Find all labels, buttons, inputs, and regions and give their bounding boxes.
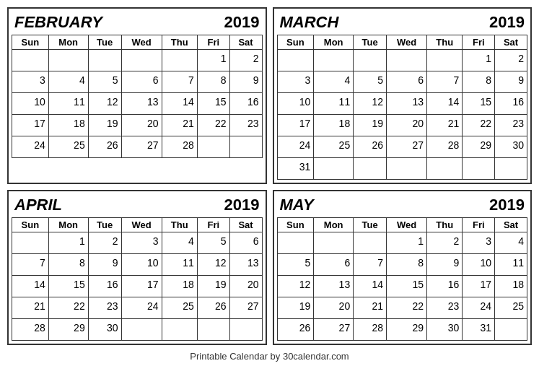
table-cell: 28: [12, 319, 49, 341]
table-cell: 3: [121, 232, 162, 254]
march-day-header: Sun: [277, 35, 314, 50]
table-cell: 18: [495, 276, 527, 297]
table-cell: 10: [12, 93, 49, 115]
table-cell: [88, 50, 121, 71]
table-cell: [387, 158, 427, 180]
table-cell: 2: [229, 50, 262, 71]
table-cell: 27: [229, 297, 262, 319]
table-cell: 19: [88, 115, 121, 136]
table-cell: [48, 50, 88, 71]
calendar-april: APRIL2019SunMonTueWedThuFriSat1234567891…: [7, 190, 267, 345]
table-cell: 11: [48, 93, 88, 115]
april-day-header: Thu: [162, 218, 197, 232]
table-cell: [162, 50, 197, 71]
february-header: FEBRUARY2019: [12, 12, 263, 35]
february-day-header: Mon: [48, 35, 88, 50]
table-cell: [121, 319, 162, 341]
table-cell: 5: [88, 71, 121, 93]
table-cell: 27: [387, 136, 427, 158]
march-year: 2019: [489, 13, 525, 32]
table-row: 12: [12, 50, 263, 71]
table-cell: 4: [314, 71, 354, 93]
table-cell: 18: [314, 115, 354, 136]
table-cell: 24: [277, 136, 314, 158]
table-cell: [354, 158, 387, 180]
table-cell: 13: [387, 93, 427, 115]
table-cell: 26: [354, 136, 387, 158]
table-cell: 30: [88, 319, 121, 341]
table-cell: [314, 232, 354, 254]
table-cell: 31: [277, 158, 314, 180]
may-day-header: Mon: [314, 218, 354, 232]
table-cell: 2: [495, 50, 527, 71]
table-cell: 21: [12, 297, 49, 319]
table-cell: 4: [162, 232, 197, 254]
table-cell: 28: [427, 136, 463, 158]
may-day-header: Sun: [277, 218, 314, 232]
table-cell: 25: [314, 136, 354, 158]
table-cell: 9: [495, 71, 527, 93]
table-cell: [495, 319, 527, 341]
table-cell: 6: [229, 232, 262, 254]
table-row: 2425262728: [12, 136, 263, 158]
table-cell: 1: [463, 50, 495, 71]
table-cell: 14: [427, 93, 463, 115]
table-row: 12131415161718: [277, 276, 527, 297]
table-cell: 8: [463, 71, 495, 93]
table-cell: 11: [495, 254, 527, 276]
table-cell: 21: [354, 297, 387, 319]
table-cell: 13: [121, 93, 162, 115]
table-cell: [197, 136, 229, 158]
table-cell: [354, 50, 387, 71]
table-cell: [314, 158, 354, 180]
table-cell: 20: [229, 276, 262, 297]
table-cell: 9: [88, 254, 121, 276]
footer-text: Printable Calendar by 30calendar.com: [190, 351, 349, 362]
table-cell: 22: [463, 115, 495, 136]
february-day-header: Thu: [162, 35, 197, 50]
table-cell: 8: [48, 254, 88, 276]
table-cell: 6: [121, 71, 162, 93]
table-cell: 25: [48, 136, 88, 158]
table-row: 31: [277, 158, 527, 180]
table-cell: 14: [12, 276, 49, 297]
table-row: 3456789: [277, 71, 527, 93]
calendar-march: MARCH2019SunMonTueWedThuFriSat1234567891…: [273, 7, 533, 184]
table-cell: [495, 158, 527, 180]
table-cell: 7: [427, 71, 463, 93]
table-cell: 17: [12, 115, 49, 136]
april-day-header: Sun: [12, 218, 49, 232]
table-row: 17181920212223: [12, 115, 263, 136]
calendars-grid: FEBRUARY2019SunMonTueWedThuFriSat1234567…: [7, 7, 532, 345]
table-cell: 9: [427, 254, 463, 276]
february-month: FEBRUARY: [14, 13, 102, 32]
table-cell: 1: [197, 50, 229, 71]
table-cell: 3: [463, 232, 495, 254]
table-cell: 11: [314, 93, 354, 115]
table-cell: [277, 232, 314, 254]
table-cell: 21: [427, 115, 463, 136]
table-cell: 31: [463, 319, 495, 341]
table-cell: 10: [121, 254, 162, 276]
table-row: 12: [277, 50, 527, 71]
table-cell: 24: [463, 297, 495, 319]
may-day-header: Tue: [354, 218, 387, 232]
table-cell: 29: [463, 136, 495, 158]
table-cell: 12: [277, 276, 314, 297]
table-cell: 1: [387, 232, 427, 254]
table-row: 10111213141516: [12, 93, 263, 115]
may-month: MAY: [280, 196, 314, 214]
table-cell: 17: [277, 115, 314, 136]
may-header: MAY2019: [277, 194, 528, 217]
table-cell: 6: [387, 71, 427, 93]
table-cell: 30: [495, 136, 527, 158]
table-row: 123456: [12, 232, 263, 254]
march-day-header: Wed: [387, 35, 427, 50]
table-cell: 10: [277, 93, 314, 115]
table-cell: 19: [354, 115, 387, 136]
calendar-may: MAY2019SunMonTueWedThuFriSat123456789101…: [273, 190, 533, 345]
table-cell: 20: [314, 297, 354, 319]
table-cell: 5: [197, 232, 229, 254]
table-row: 24252627282930: [277, 136, 527, 158]
table-cell: 5: [277, 254, 314, 276]
